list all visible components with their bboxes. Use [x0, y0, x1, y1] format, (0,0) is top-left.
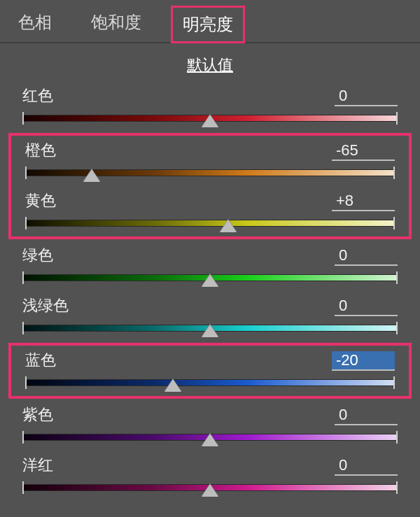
slider-thumb-green[interactable]: [202, 274, 218, 287]
slider-magenta: 洋红 0: [4, 451, 416, 501]
tab-saturation[interactable]: 饱和度: [81, 6, 151, 42]
slider-label: 橙色: [25, 140, 56, 161]
slider-value-aqua[interactable]: 0: [335, 297, 398, 316]
sliders-panel: 红色 0 橙色 -65 黄色 +8: [0, 81, 420, 501]
slider-orange: 橙色 -65: [11, 136, 409, 186]
slider-thumb-aqua[interactable]: [202, 325, 218, 337]
slider-label: 浅绿色: [22, 295, 69, 316]
slider-value-blue[interactable]: -20: [332, 351, 395, 371]
slider-track-blue[interactable]: [25, 375, 395, 396]
slider-label: 洋红: [22, 455, 53, 476]
slider-red: 红色 0: [4, 81, 416, 132]
slider-value-red[interactable]: 0: [335, 87, 398, 106]
slider-track-aqua[interactable]: [22, 320, 398, 341]
slider-yellow: 黄色 +8: [11, 186, 409, 236]
slider-label: 蓝色: [25, 350, 56, 371]
default-link[interactable]: 默认值: [0, 43, 420, 81]
slider-thumb-purple[interactable]: [202, 434, 218, 446]
slider-thumb-red[interactable]: [202, 115, 218, 127]
slider-thumb-magenta[interactable]: [202, 484, 218, 497]
slider-label: 紫色: [22, 404, 53, 425]
slider-value-green[interactable]: 0: [335, 246, 398, 266]
slider-value-orange[interactable]: -65: [332, 141, 395, 161]
slider-thumb-blue[interactable]: [164, 379, 181, 392]
slider-value-purple[interactable]: 0: [335, 406, 398, 425]
slider-aqua: 浅绿色 0: [4, 291, 416, 341]
tabs-bar: 色相 饱和度 明亮度: [0, 0, 420, 43]
slider-label: 黄色: [25, 190, 56, 211]
slider-blue: 蓝色 -20: [11, 346, 409, 396]
slider-value-magenta[interactable]: 0: [335, 456, 398, 476]
slider-track-magenta[interactable]: [22, 480, 398, 501]
tab-hue[interactable]: 色相: [8, 6, 62, 42]
slider-track-red[interactable]: [22, 111, 398, 132]
slider-thumb-orange[interactable]: [83, 169, 100, 182]
slider-value-yellow[interactable]: +8: [332, 192, 395, 211]
highlight-orange-yellow: 橙色 -65 黄色 +8: [8, 133, 412, 239]
slider-track-green[interactable]: [22, 270, 398, 291]
tab-luminance[interactable]: 明亮度: [171, 6, 245, 43]
slider-purple: 紫色 0: [4, 400, 416, 451]
highlight-blue: 蓝色 -20: [8, 343, 412, 399]
slider-label: 绿色: [22, 245, 53, 266]
slider-track-purple[interactable]: [22, 430, 398, 451]
slider-track-orange[interactable]: [25, 165, 395, 186]
slider-green: 绿色 0: [4, 241, 416, 291]
slider-label: 红色: [22, 85, 53, 106]
slider-track-yellow[interactable]: [25, 215, 395, 236]
slider-thumb-yellow[interactable]: [220, 220, 237, 232]
